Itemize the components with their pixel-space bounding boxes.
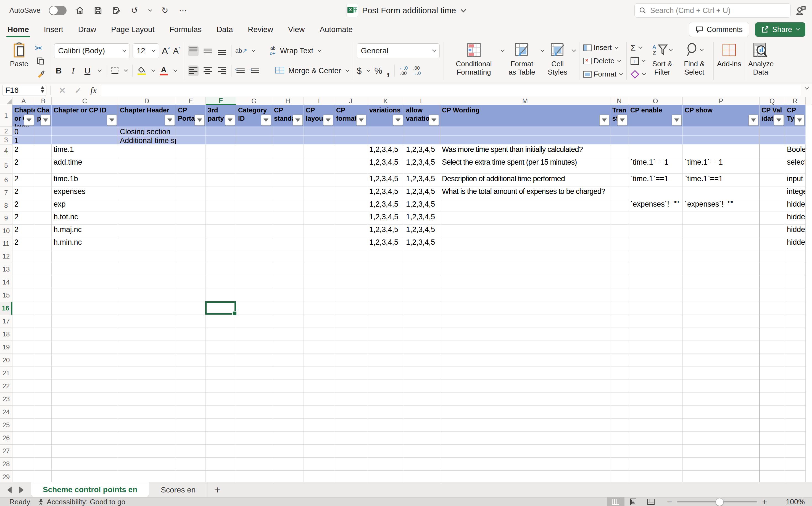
orientation-button[interactable]: ab↗ (235, 47, 247, 55)
cell-L21[interactable] (404, 367, 440, 380)
cell-G22[interactable] (236, 380, 272, 393)
header-cell-K1[interactable]: variations (367, 105, 404, 127)
cell-F10[interactable] (206, 225, 236, 237)
cell-L20[interactable] (404, 354, 440, 367)
cell-I27[interactable] (304, 445, 334, 458)
cell-Q11[interactable] (759, 237, 785, 250)
cell-D26[interactable] (118, 432, 176, 445)
cell-O7[interactable] (628, 186, 683, 199)
cell-K18[interactable] (367, 328, 404, 341)
column-header-E[interactable]: E (176, 97, 206, 105)
cell-F13[interactable] (206, 263, 236, 276)
cell-L12[interactable] (404, 250, 440, 263)
cell-L14[interactable] (404, 276, 440, 289)
cell-H18[interactable] (272, 328, 304, 341)
addins-button[interactable]: Add-ins (714, 39, 744, 83)
cell-H20[interactable] (272, 354, 304, 367)
cell-F9[interactable] (206, 212, 236, 225)
cell-A28[interactable] (12, 458, 35, 471)
cell-R5[interactable]: select (785, 157, 806, 174)
cell-L26[interactable] (404, 432, 440, 445)
cell-B10[interactable] (35, 225, 52, 237)
cell-A25[interactable] (12, 419, 35, 432)
cell-N22[interactable] (610, 380, 628, 393)
cell-A5[interactable]: 2 (12, 157, 35, 174)
cell-B3[interactable] (35, 136, 52, 145)
filter-button-P[interactable] (748, 115, 758, 126)
cell-D24[interactable] (118, 406, 176, 419)
currency-chevron-icon[interactable] (366, 68, 370, 72)
cell-K21[interactable] (367, 367, 404, 380)
cell-F23[interactable] (206, 393, 236, 406)
column-header-M[interactable]: M (440, 97, 610, 105)
cell-K23[interactable] (367, 393, 404, 406)
column-header-K[interactable]: K (367, 97, 404, 105)
cell-I12[interactable] (304, 250, 334, 263)
column-header-C[interactable]: C (52, 97, 118, 105)
cell-M8[interactable] (440, 199, 610, 212)
cell-Q12[interactable] (759, 250, 785, 263)
format-cells-button[interactable]: Format (583, 68, 623, 81)
cell-Q27[interactable] (759, 445, 785, 458)
cell-P19[interactable] (683, 341, 759, 354)
cell-O5[interactable]: `time.1`==1 (628, 157, 683, 174)
cell-C28[interactable] (52, 458, 118, 471)
align-top-button[interactable] (188, 46, 199, 56)
merge-center-button[interactable]: Merge & Center (288, 67, 341, 75)
cell-O6[interactable]: `time.1`==1 (628, 174, 683, 186)
cell-C10[interactable]: h.maj.nc (52, 225, 118, 237)
formula-input[interactable] (101, 85, 801, 96)
accessibility-status[interactable]: Accessibility: Good to go (37, 498, 125, 506)
cell-K16[interactable] (367, 302, 404, 315)
cell-J7[interactable] (334, 186, 367, 199)
cell-Q4[interactable] (759, 145, 785, 157)
cell-A17[interactable] (12, 315, 35, 328)
cell-N8[interactable] (610, 199, 628, 212)
cell-O29[interactable] (628, 471, 683, 482)
cell-Q19[interactable] (759, 341, 785, 354)
doc-title-chevron-icon[interactable] (461, 7, 466, 12)
cell-D13[interactable] (118, 263, 176, 276)
cell-N6[interactable] (610, 174, 628, 186)
home-icon[interactable] (75, 6, 85, 15)
cell-K22[interactable] (367, 380, 404, 393)
cell-F11[interactable] (206, 237, 236, 250)
select-all-corner[interactable] (0, 97, 12, 105)
cell-M25[interactable] (440, 419, 610, 432)
fill-color-chevron-icon[interactable] (151, 68, 155, 72)
column-header-J[interactable]: J (334, 97, 367, 105)
row-header-12[interactable]: 12 (0, 250, 12, 263)
cell-C25[interactable] (52, 419, 118, 432)
cell-F26[interactable] (206, 432, 236, 445)
cell-P4[interactable] (683, 145, 759, 157)
cell-A23[interactable] (12, 393, 35, 406)
cell-M19[interactable] (440, 341, 610, 354)
cell-N19[interactable] (610, 341, 628, 354)
cell-D7[interactable] (118, 186, 176, 199)
cell-N13[interactable] (610, 263, 628, 276)
cell-C27[interactable] (52, 445, 118, 458)
cell-J28[interactable] (334, 458, 367, 471)
align-middle-button[interactable] (202, 46, 213, 56)
cell-K12[interactable] (367, 250, 404, 263)
cell-M16[interactable] (440, 302, 610, 315)
row-header-14[interactable]: 14 (0, 276, 12, 289)
cell-A22[interactable] (12, 380, 35, 393)
cell-G5[interactable] (236, 157, 272, 174)
cell-R10[interactable]: hidden (785, 225, 806, 237)
cell-Q23[interactable] (759, 393, 785, 406)
filter-button-F[interactable] (225, 115, 235, 126)
decrease-font-size-button[interactable]: Aˇ (173, 46, 180, 56)
cell-N4[interactable] (610, 145, 628, 157)
cell-P17[interactable] (683, 315, 759, 328)
cell-Q24[interactable] (759, 406, 785, 419)
row-header-9[interactable]: 9 (0, 212, 12, 225)
cell-A6[interactable]: 2 (12, 174, 35, 186)
cell-M14[interactable] (440, 276, 610, 289)
cell-G26[interactable] (236, 432, 272, 445)
cell-Q16[interactable] (759, 302, 785, 315)
filter-button-D[interactable] (165, 115, 175, 126)
row-header-3[interactable]: 3 (0, 136, 12, 145)
cell-O3[interactable] (628, 136, 683, 145)
cell-C8[interactable]: exp (52, 199, 118, 212)
